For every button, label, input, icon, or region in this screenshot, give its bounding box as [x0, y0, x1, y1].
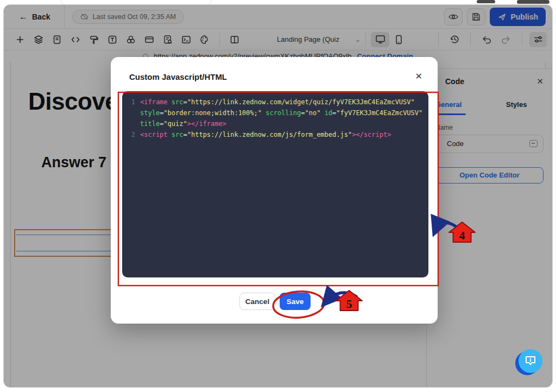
browser-chrome-remnant	[517, 0, 549, 4]
custom-code-modal: Custom Javascript/HTML ✕ 1<iframe src="h…	[111, 57, 438, 324]
browser-chrome-remnant	[477, 0, 495, 3]
modal-title: Custom Javascript/HTML	[129, 72, 227, 81]
chat-circle	[519, 349, 542, 373]
code-editor[interactable]: 1<iframe src="https://link.zednow.com/wi…	[122, 91, 428, 277]
help-chat-button[interactable]	[515, 349, 544, 376]
save-button[interactable]: Save	[280, 293, 311, 310]
screenshot-stage: ← Back Last saved Oct 09, 2:35 AM	[0, 0, 556, 392]
cancel-button[interactable]: Cancel	[239, 293, 275, 310]
modal-close-icon[interactable]: ✕	[415, 71, 422, 81]
chat-info-icon	[524, 355, 537, 367]
